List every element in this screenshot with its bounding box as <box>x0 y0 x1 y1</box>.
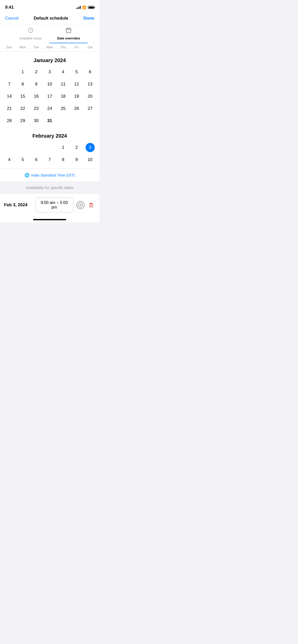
cal-day[interactable]: 22 <box>20 103 25 114</box>
cal-day[interactable]: 29 <box>20 115 25 126</box>
wifi-icon: 📶 <box>82 6 86 9</box>
cal-day[interactable]: 6 <box>35 154 37 165</box>
day-header-sat: Sat <box>83 45 97 49</box>
cal-day[interactable]: 7 <box>48 154 51 165</box>
cal-day[interactable]: 8 <box>62 154 64 165</box>
cal-day[interactable]: 20 <box>88 91 92 102</box>
home-indicator <box>0 216 99 222</box>
calendar-icon: ! <box>65 27 72 35</box>
january-title: January 2024 <box>3 54 97 66</box>
cal-day[interactable]: 27 <box>88 103 92 114</box>
day-header-sun: Sun <box>3 45 16 49</box>
cal-day[interactable]: 5 <box>75 66 78 78</box>
timezone-label: India Standard Time (IST) <box>31 173 75 177</box>
cal-day[interactable]: 26 <box>74 103 79 114</box>
cal-day[interactable]: 23 <box>34 103 39 114</box>
available-hours-label: Available hours <box>19 36 42 40</box>
cal-day[interactable]: 1 <box>62 142 64 153</box>
cal-day[interactable]: 10 <box>88 154 92 165</box>
section-heading: Availability for specific dates <box>0 182 99 194</box>
day-header-wed: Wed <box>43 45 57 49</box>
nav-bar: Cancel Default schedule Done <box>0 13 99 24</box>
status-icons: 📶 <box>76 6 94 9</box>
cal-day[interactable]: 16 <box>34 91 39 102</box>
signal-icon <box>76 6 81 9</box>
cal-day[interactable]: 18 <box>61 91 65 102</box>
timezone-row[interactable]: 🌐 India Standard Time (IST) <box>0 168 99 182</box>
battery-icon <box>88 6 94 9</box>
cal-day[interactable]: 25 <box>61 103 65 114</box>
tab-date-overrides[interactable]: ! Date overrides <box>49 27 88 43</box>
day-headers: Sun Mon Tue Wed Thu Fri Sat <box>0 43 99 51</box>
cal-day[interactable]: 11 <box>61 79 65 90</box>
avail-actions <box>76 201 95 209</box>
availability-row: Feb 3, 2024 9:00 am – 5:00 pm <box>4 198 95 212</box>
day-header-mon: Mon <box>16 45 30 49</box>
january-2024: January 2024 1 2 3 4 5 6 7 8 9 10 11 12 … <box>0 51 99 127</box>
tab-available-hours[interactable]: Available hours <box>12 27 50 43</box>
cal-day[interactable]: 6 <box>89 66 91 78</box>
cal-day[interactable]: 14 <box>7 91 12 102</box>
globe-icon: 🌐 <box>24 173 30 178</box>
cal-day[interactable]: 1 <box>22 66 24 78</box>
cal-day[interactable]: 21 <box>7 103 12 114</box>
add-time-button[interactable] <box>76 201 85 209</box>
svg-text:!: ! <box>68 30 69 32</box>
day-header-tue: Tue <box>30 45 43 49</box>
svg-rect-9 <box>90 204 93 207</box>
calendar-section: Sun Mon Tue Wed Thu Fri Sat January 2024… <box>0 43 99 182</box>
cal-day[interactable]: 19 <box>74 91 79 102</box>
cal-day[interactable]: 4 <box>8 154 10 165</box>
cal-day[interactable]: 2 <box>75 142 78 153</box>
page-title: Default schedule <box>34 16 68 21</box>
cal-day[interactable]: 4 <box>62 66 64 78</box>
day-header-thu: Thu <box>56 45 70 49</box>
cal-day[interactable]: 12 <box>74 79 79 90</box>
cal-day[interactable]: 3 <box>48 66 51 78</box>
cal-day[interactable]: 10 <box>47 79 52 90</box>
day-header-fri: Fri <box>70 45 83 49</box>
cal-day[interactable]: 2 <box>35 66 37 78</box>
cal-day[interactable]: 28 <box>7 115 12 126</box>
february-title: February 2024 <box>3 129 97 141</box>
february-2024: February 2024 1 2 3 4 5 6 7 8 9 10 <box>0 127 99 166</box>
date-overrides-label: Date overrides <box>57 36 80 40</box>
cal-day-31[interactable]: 31 <box>47 115 52 126</box>
cal-day[interactable]: 9 <box>35 79 37 90</box>
clock-icon <box>28 27 34 35</box>
done-button[interactable]: Done <box>84 16 94 21</box>
cal-day[interactable]: 7 <box>8 79 10 90</box>
cal-day-selected-3[interactable]: 3 <box>86 143 95 152</box>
cal-day[interactable]: 8 <box>22 79 24 90</box>
tab-bar: Available hours ! Date overrides <box>0 24 99 43</box>
status-time: 9:41 <box>5 5 14 10</box>
cal-day[interactable]: 17 <box>47 91 52 102</box>
cal-day[interactable]: 5 <box>22 154 24 165</box>
availability-section: Feb 3, 2024 9:00 am – 5:00 pm <box>0 194 99 216</box>
status-bar: 9:41 📶 <box>0 0 99 13</box>
cal-day[interactable]: 15 <box>20 91 25 102</box>
delete-button[interactable] <box>87 201 95 209</box>
cal-day[interactable]: 13 <box>88 79 92 90</box>
avail-date: Feb 3, 2024 <box>4 202 32 208</box>
cal-day[interactable]: 9 <box>75 154 78 165</box>
cancel-button[interactable]: Cancel <box>5 16 19 21</box>
january-grid: 1 2 3 4 5 6 7 8 9 10 11 12 13 14 15 16 1… <box>3 66 97 127</box>
cal-day[interactable]: 30 <box>34 115 39 126</box>
home-bar <box>33 219 66 220</box>
february-grid: 1 2 3 4 5 6 7 8 9 10 <box>3 141 97 166</box>
time-range-box[interactable]: 9:00 am – 5:00 pm <box>35 198 73 212</box>
cal-day[interactable]: 24 <box>47 103 52 114</box>
